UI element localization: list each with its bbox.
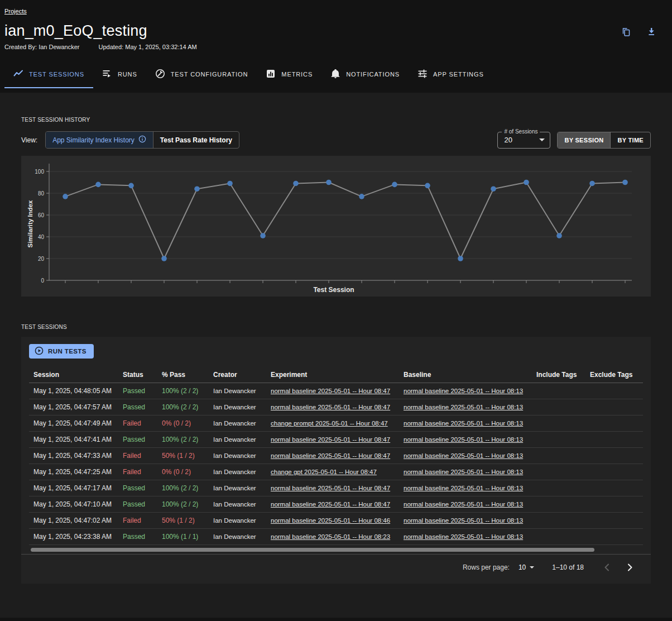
num-sessions-select[interactable]: # of Sessions 20: [497, 132, 550, 149]
include-tags-cell: [532, 432, 585, 448]
experiment-link[interactable]: change gpt 2025-05-01 -- Hour 08:47: [271, 469, 377, 475]
baseline-cell: normal baseline 2025-05-01 -- Hour 08:13: [399, 448, 532, 464]
bell-icon: [330, 69, 340, 80]
baseline-link[interactable]: normal baseline 2025-05-01 -- Hour 08:13: [404, 436, 523, 443]
baseline-link[interactable]: normal baseline 2025-05-01 -- Hour 08:13: [404, 501, 523, 508]
experiment-cell: normal baseline 2025-05-01 -- Hour 08:47: [266, 383, 399, 399]
session-cell: May 1, 2025, 04:47:41 AM: [29, 432, 118, 448]
baseline-cell: normal baseline 2025-05-01 -- Hour 08:13: [399, 432, 532, 448]
baseline-link[interactable]: normal baseline 2025-05-01 -- Hour 08:13: [404, 452, 523, 459]
baseline-cell: normal baseline 2025-05-01 -- Hour 08:13: [399, 529, 532, 545]
tab-notifications[interactable]: NOTIFICATIONS: [321, 61, 409, 88]
pass-cell: 100% (2 / 2): [157, 399, 209, 415]
chart-point: [359, 194, 364, 199]
experiment-cell: change prompt 2025-05-01 -- Hour 08:47: [266, 415, 399, 432]
status-cell: Passed: [118, 529, 157, 545]
tab-test-configuration[interactable]: TEST CONFIGURATION: [146, 61, 257, 88]
download-icon[interactable]: [646, 27, 656, 37]
svg-text:60: 60: [38, 212, 45, 218]
table-header-row: Session Status % Pass Creator Experiment…: [29, 365, 643, 383]
creator-cell: Ian Dewancker: [209, 448, 266, 464]
tune-icon: [417, 69, 428, 80]
tab-metrics[interactable]: METRICS: [257, 61, 321, 88]
baseline-link[interactable]: normal baseline 2025-05-01 -- Hour 08:13: [404, 485, 523, 491]
svg-text:Similarity Index: Similarity Index: [27, 200, 33, 248]
baseline-cell: normal baseline 2025-05-01 -- Hour 08:13: [399, 399, 532, 415]
session-cell: May 1, 2025, 04:48:05 AM: [29, 383, 118, 399]
previous-page-button[interactable]: [601, 561, 614, 574]
table-row: May 1, 2025, 04:47:57 AMPassed100% (2 / …: [29, 399, 643, 415]
exclude-tags-cell: [585, 480, 643, 496]
rows-per-page-select[interactable]: 10: [519, 563, 534, 571]
run-tests-button[interactable]: RUN TESTS: [29, 344, 94, 359]
exclude-tags-cell: [585, 415, 643, 432]
experiment-cell: normal baseline 2025-05-01 -- Hour 08:47: [266, 480, 399, 496]
session-cell: May 1, 2025, 04:47:33 AM: [29, 448, 118, 464]
tab-app-settings[interactable]: APP SETTINGS: [409, 61, 493, 88]
experiment-link[interactable]: normal baseline 2025-05-01 -- Hour 08:47: [271, 485, 390, 491]
chevron-down-icon: [539, 138, 545, 141]
by-time-button[interactable]: BY TIME: [610, 132, 650, 148]
status-cell: Passed: [118, 399, 157, 415]
bar-chart-icon: [266, 69, 276, 80]
chart-point: [161, 256, 167, 261]
chart-point: [293, 181, 299, 187]
history-section-label: TEST SESSION HISTORY: [21, 93, 672, 123]
experiment-link[interactable]: normal baseline 2025-05-01 -- Hour 08:46: [271, 517, 390, 524]
exclude-tags-cell: [585, 448, 643, 464]
pass-cell: 100% (2 / 2): [157, 480, 209, 496]
info-icon[interactable]: [138, 135, 146, 145]
status-cell: Failed: [118, 513, 157, 529]
session-cell: May 1, 2025, 04:47:49 AM: [29, 415, 118, 432]
chart-point: [589, 181, 595, 187]
experiment-link[interactable]: normal baseline 2025-05-01 -- Hour 08:47: [271, 452, 390, 459]
experiment-link[interactable]: normal baseline 2025-05-01 -- Hour 08:47: [271, 388, 390, 394]
exclude-tags-cell: [585, 513, 643, 529]
pagination: Rows per page: 10 1–10 of 18: [21, 555, 651, 580]
experiment-link[interactable]: normal baseline 2025-05-01 -- Hour 08:47: [271, 436, 390, 443]
history-controls: View: App Similarity Index History Test …: [21, 131, 651, 149]
experiment-cell: normal baseline 2025-05-01 -- Hour 08:46: [266, 513, 399, 529]
updated-text: Updated: May 1, 2025, 03:32:14 AM: [99, 44, 197, 50]
baseline-link[interactable]: normal baseline 2025-05-01 -- Hour 08:13: [404, 533, 523, 540]
session-cell: May 1, 2025, 04:23:38 AM: [29, 529, 118, 545]
pass-cell: 100% (1 / 1): [157, 529, 209, 545]
svg-text:100: 100: [35, 169, 44, 175]
pass-cell: 100% (2 / 2): [157, 496, 209, 513]
table-row: May 1, 2025, 04:47:49 AMFailed0% (0 / 2)…: [29, 415, 643, 432]
main-panel: TEST SESSION HISTORY View: App Similarit…: [0, 93, 672, 618]
chart-point: [491, 186, 496, 192]
sessions-table: Session Status % Pass Creator Experiment…: [29, 365, 643, 545]
experiment-link[interactable]: change prompt 2025-05-01 -- Hour 08:47: [271, 420, 388, 427]
baseline-link[interactable]: normal baseline 2025-05-01 -- Hour 08:13: [404, 388, 523, 394]
view-similarity-toggle[interactable]: App Similarity Index History: [46, 132, 153, 148]
include-tags-cell: [532, 415, 585, 432]
status-cell: Passed: [118, 432, 157, 448]
creator-cell: Ian Dewancker: [209, 513, 266, 529]
scrollbar-thumb[interactable]: [31, 548, 594, 552]
next-page-button[interactable]: [623, 561, 636, 574]
experiment-link[interactable]: normal baseline 2025-05-01 -- Hour 08:47: [271, 501, 390, 508]
experiment-cell: normal baseline 2025-05-01 -- Hour 08:47: [266, 496, 399, 513]
breadcrumb-projects-link[interactable]: Projects: [4, 8, 27, 15]
experiment-link[interactable]: normal baseline 2025-05-01 -- Hour 08:47: [271, 404, 390, 410]
experiment-link[interactable]: normal baseline 2025-05-01 -- Hour 08:23: [271, 533, 390, 540]
experiment-cell: normal baseline 2025-05-01 -- Hour 08:47: [266, 399, 399, 415]
baseline-link[interactable]: normal baseline 2025-05-01 -- Hour 08:13: [404, 420, 523, 427]
num-sessions-label: # of Sessions: [502, 128, 540, 135]
baseline-link[interactable]: normal baseline 2025-05-01 -- Hour 08:13: [404, 404, 523, 410]
view-pass-rate-toggle[interactable]: Test Pass Rate History: [153, 132, 239, 148]
by-session-button[interactable]: BY SESSION: [558, 132, 610, 148]
pass-cell: 100% (2 / 2): [157, 432, 209, 448]
build-circle-icon: [155, 69, 165, 80]
include-tags-cell: [532, 496, 585, 513]
copy-icon[interactable]: [621, 27, 631, 37]
rows-per-page-label: Rows per page:: [463, 563, 510, 571]
creator-cell: Ian Dewancker: [209, 399, 266, 415]
created-by-text: Created By: Ian Dewancker: [4, 44, 80, 50]
tab-runs[interactable]: RUNS: [93, 61, 146, 88]
status-cell: Passed: [118, 480, 157, 496]
tab-test-sessions[interactable]: TEST SESSIONS: [4, 61, 93, 88]
baseline-link[interactable]: normal baseline 2025-05-01 -- Hour 08:13: [404, 517, 523, 524]
baseline-link[interactable]: normal baseline 2025-05-01 -- Hour 08:13: [404, 469, 523, 475]
